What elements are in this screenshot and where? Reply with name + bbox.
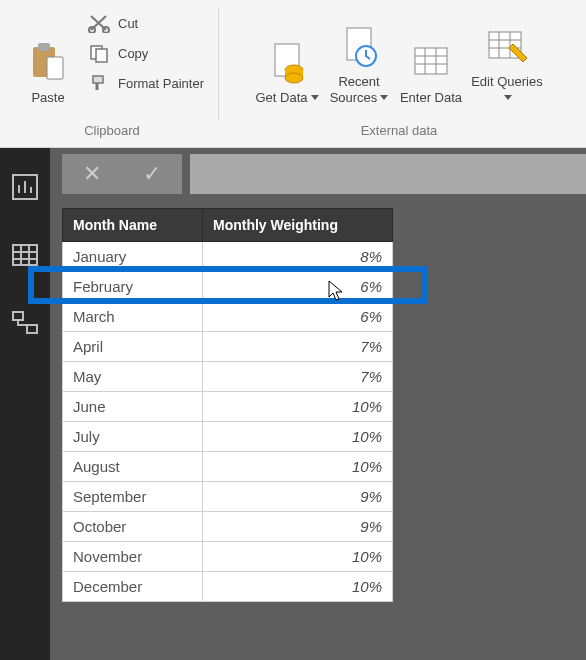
group-external-data: Get Data Recent Sources Enter Data Edit …	[218, 2, 580, 147]
table-row[interactable]: June10%	[63, 392, 393, 422]
cell-month[interactable]: November	[63, 542, 203, 572]
report-view-button[interactable]	[6, 168, 44, 206]
group-clipboard: Paste Cut Copy	[6, 2, 218, 147]
svg-rect-33	[13, 312, 23, 320]
cell-month[interactable]: May	[63, 362, 203, 392]
main-canvas: ✕ ✓ Month Name Monthly Weighting January…	[50, 148, 586, 660]
table-row[interactable]: May7%	[63, 362, 393, 392]
view-switcher	[0, 148, 50, 660]
copy-icon	[86, 42, 112, 64]
ribbon: Paste Cut Copy	[0, 0, 586, 148]
table-row[interactable]: August10%	[63, 452, 393, 482]
get-data-button[interactable]: Get Data	[251, 2, 323, 110]
formula-cancel-button[interactable]: ✕	[72, 161, 112, 187]
get-data-icon	[265, 40, 309, 84]
svg-rect-1	[38, 43, 50, 51]
table-row[interactable]: February6%	[63, 272, 393, 302]
table-row[interactable]: December10%	[63, 572, 393, 602]
svg-rect-28	[13, 245, 37, 265]
svg-rect-2	[47, 57, 63, 79]
recent-sources-button[interactable]: Recent Sources	[323, 2, 395, 110]
get-data-label: Get Data	[255, 90, 307, 105]
cell-month[interactable]: October	[63, 512, 203, 542]
edit-queries-button[interactable]: Edit Queries	[467, 2, 547, 110]
enter-data-icon	[409, 40, 453, 84]
cell-month[interactable]: January	[63, 242, 203, 272]
svg-point-11	[285, 73, 303, 83]
format-painter-label: Format Painter	[118, 76, 204, 91]
svg-rect-6	[96, 49, 107, 62]
cell-month[interactable]: July	[63, 422, 203, 452]
cell-weighting[interactable]: 7%	[203, 362, 393, 392]
cell-weighting[interactable]: 9%	[203, 512, 393, 542]
cell-month[interactable]: March	[63, 302, 203, 332]
table-row[interactable]: July10%	[63, 422, 393, 452]
formula-confirm-button[interactable]: ✓	[132, 161, 172, 187]
cell-weighting[interactable]: 10%	[203, 452, 393, 482]
cell-month[interactable]: August	[63, 452, 203, 482]
cell-month[interactable]: December	[63, 572, 203, 602]
table-row[interactable]: January8%	[63, 242, 393, 272]
enter-data-label: Enter Data	[400, 90, 462, 106]
recent-sources-icon	[337, 24, 381, 68]
chevron-down-icon	[311, 95, 319, 100]
cell-weighting[interactable]: 6%	[203, 302, 393, 332]
table-row[interactable]: March6%	[63, 302, 393, 332]
svg-rect-14	[415, 48, 447, 74]
copy-label: Copy	[118, 46, 148, 61]
model-view-button[interactable]	[6, 304, 44, 342]
chevron-down-icon	[504, 95, 512, 100]
cell-weighting[interactable]: 10%	[203, 422, 393, 452]
table-row[interactable]: November10%	[63, 542, 393, 572]
table-row[interactable]: April7%	[63, 332, 393, 362]
cut-label: Cut	[118, 16, 138, 31]
format-painter-button[interactable]: Format Painter	[84, 68, 212, 98]
table-row[interactable]: September9%	[63, 482, 393, 512]
cell-weighting[interactable]: 7%	[203, 332, 393, 362]
formula-bar: ✕ ✓	[50, 148, 586, 200]
data-table[interactable]: Month Name Monthly Weighting January8%Fe…	[62, 208, 393, 602]
table-row[interactable]: October9%	[63, 512, 393, 542]
group-label-external: External data	[361, 120, 438, 142]
group-label-clipboard: Clipboard	[84, 120, 140, 142]
cell-month[interactable]: April	[63, 332, 203, 362]
paste-label: Paste	[31, 90, 64, 106]
cell-month[interactable]: June	[63, 392, 203, 422]
svg-rect-34	[27, 325, 37, 333]
brush-icon	[86, 72, 112, 94]
cell-weighting[interactable]: 10%	[203, 572, 393, 602]
cut-button[interactable]: Cut	[84, 8, 212, 38]
cell-weighting[interactable]: 9%	[203, 482, 393, 512]
cell-month[interactable]: September	[63, 482, 203, 512]
cell-weighting[interactable]: 6%	[203, 272, 393, 302]
formula-input[interactable]	[190, 154, 586, 194]
cell-weighting[interactable]: 10%	[203, 542, 393, 572]
cut-icon	[86, 12, 112, 34]
paste-icon	[26, 40, 70, 84]
copy-button[interactable]: Copy	[84, 38, 212, 68]
col-header-weighting[interactable]: Monthly Weighting	[203, 209, 393, 242]
recent-sources-label: Recent Sources	[330, 74, 380, 105]
cell-month[interactable]: February	[63, 272, 203, 302]
chevron-down-icon	[380, 95, 388, 100]
cell-weighting[interactable]: 10%	[203, 392, 393, 422]
paste-button[interactable]: Paste	[12, 2, 84, 110]
data-view-button[interactable]	[6, 236, 44, 274]
edit-queries-icon	[485, 24, 529, 68]
enter-data-button[interactable]: Enter Data	[395, 2, 467, 110]
edit-queries-label: Edit Queries	[471, 74, 543, 89]
col-header-month[interactable]: Month Name	[63, 209, 203, 242]
cell-weighting[interactable]: 8%	[203, 242, 393, 272]
